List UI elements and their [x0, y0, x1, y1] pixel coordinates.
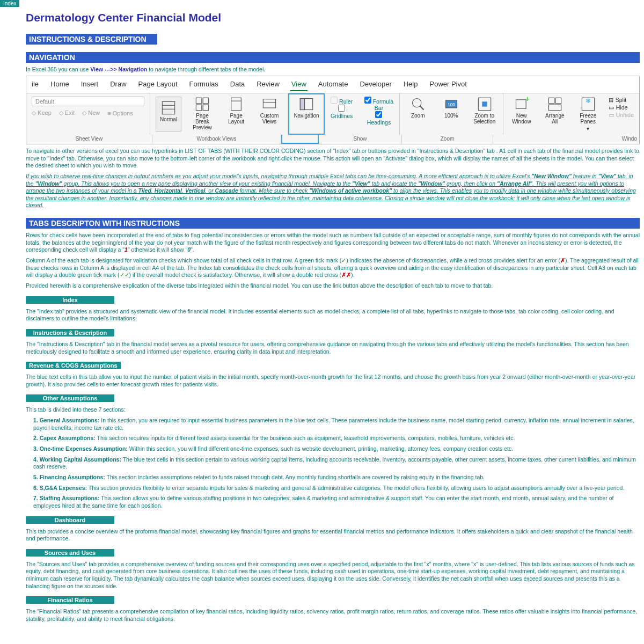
link-instructions[interactable]: Instructions & Description — [26, 329, 114, 336]
td-para-2: Column A of the each tab is designated f… — [26, 257, 640, 279]
desc-financial-ratios: The "Financial Ratios" tab presents a co… — [26, 608, 640, 623]
ribbon-group-show: Ruler Gridlines Formula Bar Headings — [325, 93, 400, 135]
group-label-show: Show — [319, 135, 402, 144]
ribbon-tab-data[interactable]: Data — [229, 78, 246, 91]
window-hide[interactable]: ▭ Hide — [609, 104, 628, 111]
ribbon-tab-developer[interactable]: Developer — [358, 78, 392, 91]
svg-rect-0 — [162, 101, 174, 114]
svg-rect-21 — [548, 98, 554, 104]
view-navigation[interactable]: Navigation — [294, 97, 319, 119]
ribbon-tab-powerpivot[interactable]: Power Pivot — [428, 78, 467, 91]
desc-other-intro: This tab is divided into these 7 section… — [26, 406, 640, 414]
ribbon-group-window: +New Window Arrange All ❄Freeze Panes ▾ … — [503, 93, 639, 135]
sheetview-keep[interactable]: ◇ Keep — [32, 109, 52, 116]
ribbon-tab-formulas[interactable]: Formulas — [188, 78, 219, 91]
desc-sources-uses: The "Sources and Uses" tab provides a co… — [26, 561, 640, 590]
sheetview-exit[interactable]: ◇ Exit — [59, 109, 75, 116]
content-area: Dermatology Center Financial Model INSTR… — [0, 11, 644, 623]
ribbon-tab-insert[interactable]: Insert — [80, 78, 100, 91]
ribbon-group-zoom: Zoom 100100% Zoom to Selection — [400, 93, 503, 135]
desc-dashboard: This tab provides a concise overview of … — [26, 528, 640, 543]
view-pagelayout[interactable]: Page Layout — [223, 97, 249, 131]
link-index[interactable]: Index — [26, 296, 114, 304]
excel-ribbon: ile Home Insert Draw Page Layout Formula… — [26, 76, 640, 144]
ribbon-tabs: ile Home Insert Draw Page Layout Formula… — [26, 76, 639, 93]
navigation-header: NAVIGATION — [26, 52, 640, 63]
ribbon-tab-pagelayout[interactable]: Page Layout — [137, 78, 179, 91]
svg-rect-6 — [203, 105, 209, 111]
window-split[interactable]: ⊞ Split — [609, 97, 626, 103]
main-title: Dermatology Center Financial Model — [26, 11, 640, 24]
group-label-sheetview: Sheet View — [26, 135, 152, 144]
td-para-1: Rows for check cells have been incorpora… — [26, 232, 640, 254]
view-normal[interactable]: Normal — [156, 97, 181, 131]
group-label-window: Windo — [493, 135, 639, 144]
svg-rect-3 — [196, 98, 202, 104]
ribbon-tab-home[interactable]: Home — [49, 78, 70, 91]
ribbon-tab-file[interactable]: ile — [31, 78, 40, 91]
ribbon-tab-help[interactable]: Help — [402, 78, 419, 91]
sheet-tab-index[interactable]: Index — [0, 0, 19, 7]
nav-intro-line: In Excel 365 you can use View --->> Navi… — [26, 66, 640, 72]
svg-rect-5 — [196, 105, 202, 111]
svg-rect-4 — [203, 98, 209, 104]
tabs-desc-header: TABS DESCRIPTON WITH INSTRUCTIONS — [26, 218, 640, 229]
view-custom[interactable]: Custom Views — [257, 97, 282, 131]
ribbon-tab-view[interactable]: View — [290, 78, 308, 91]
zoom-to-selection[interactable]: Zoom to Selection — [472, 97, 497, 131]
sheetview-new[interactable]: ◇ New — [82, 109, 100, 116]
svg-rect-23 — [548, 105, 561, 111]
instructions-header: INSTRUCTIONS & DESCRIPTION — [26, 34, 157, 45]
svg-rect-12 — [300, 99, 304, 110]
ribbon-group-workbookviews: Normal Page Break Preview Page Layout Cu… — [150, 93, 288, 135]
ribbon-group-sheetview: Default ◇ Keep ◇ Exit ◇ New ≡ Options — [26, 93, 150, 135]
desc-instructions: The "Instructions & Description" tab in … — [26, 341, 640, 355]
svg-rect-22 — [555, 98, 561, 104]
new-window[interactable]: +New Window — [509, 97, 535, 131]
sheetview-dropdown[interactable]: Default — [32, 97, 144, 106]
svg-rect-18 — [482, 101, 487, 106]
td-para-3: Provided herewith is a comprehensive exp… — [26, 282, 640, 290]
desc-index: The "Index tab" provides a structured an… — [26, 308, 640, 323]
group-label-nav — [281, 135, 319, 144]
arrange-all[interactable]: Arrange All — [542, 97, 568, 131]
svg-line-14 — [420, 106, 423, 110]
svg-rect-19 — [516, 100, 526, 108]
show-gridlines[interactable]: Gridlines — [330, 105, 353, 119]
svg-rect-9 — [263, 99, 275, 108]
other-list: 1. General Assumptions: In this section,… — [33, 417, 640, 509]
show-headings[interactable]: Headings — [364, 111, 393, 126]
svg-text:100: 100 — [448, 103, 455, 107]
ribbon-tab-review[interactable]: Review — [255, 78, 281, 91]
nav-para-2: If you wish to observe real-time changes… — [26, 173, 640, 209]
link-dashboard[interactable]: Dashboard — [26, 516, 114, 524]
show-ruler[interactable]: Ruler — [330, 97, 353, 105]
group-label-zoom: Zoom — [402, 135, 493, 144]
desc-revenue: The blue text cells in this tab allow yo… — [26, 374, 640, 388]
sheetview-options[interactable]: ≡ Options — [107, 110, 133, 116]
svg-text:+: + — [525, 97, 529, 103]
ribbon-tab-automate[interactable]: Automate — [317, 78, 349, 91]
link-financial-ratios[interactable]: Financial Ratios — [26, 596, 114, 604]
window-unhide[interactable]: ▭ Unhide — [609, 112, 634, 118]
ribbon-tab-draw[interactable]: Draw — [109, 78, 127, 91]
link-other[interactable]: Other Assumptions — [26, 394, 114, 402]
group-label-workbookviews: Workbook Views — [152, 135, 281, 144]
zoom-100[interactable]: 100100% — [438, 97, 464, 131]
freeze-panes[interactable]: ❄Freeze Panes ▾ — [575, 97, 601, 131]
show-formulabar[interactable]: Formula Bar — [364, 97, 393, 111]
link-revenue[interactable]: Revenue & COGS Assumptions — [26, 362, 121, 369]
svg-text:❄: ❄ — [586, 97, 591, 104]
view-pagebreak[interactable]: Page Break Preview — [189, 97, 216, 131]
svg-rect-7 — [231, 98, 241, 110]
svg-point-13 — [412, 99, 421, 107]
ribbon-group-navigation: Navigation — [288, 93, 325, 135]
zoom-button[interactable]: Zoom — [405, 97, 431, 131]
nav-para-1: To navigate in other versions of excel y… — [26, 148, 640, 170]
link-sources-uses[interactable]: Sources and Uses — [26, 549, 114, 557]
